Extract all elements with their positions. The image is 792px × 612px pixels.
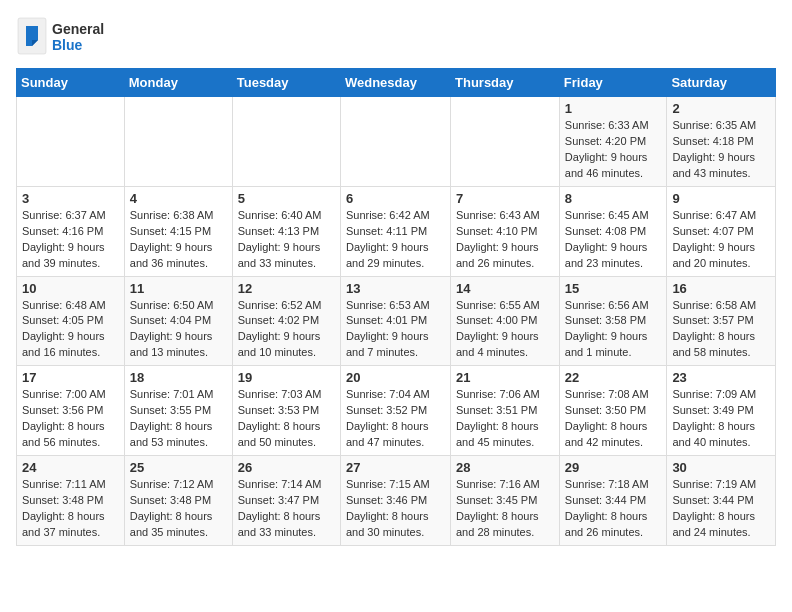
calendar-cell: 8Sunrise: 6:45 AM Sunset: 4:08 PM Daylig… (559, 186, 667, 276)
calendar-cell: 10Sunrise: 6:48 AM Sunset: 4:05 PM Dayli… (17, 276, 125, 366)
calendar-table: SundayMondayTuesdayWednesdayThursdayFrid… (16, 68, 776, 546)
calendar-cell: 30Sunrise: 7:19 AM Sunset: 3:44 PM Dayli… (667, 456, 776, 546)
calendar-cell: 26Sunrise: 7:14 AM Sunset: 3:47 PM Dayli… (232, 456, 340, 546)
weekday-header-sunday: Sunday (17, 69, 125, 97)
calendar-cell (124, 97, 232, 187)
day-info: Sunrise: 6:45 AM Sunset: 4:08 PM Dayligh… (565, 208, 662, 272)
day-info: Sunrise: 7:16 AM Sunset: 3:45 PM Dayligh… (456, 477, 554, 541)
calendar-cell: 24Sunrise: 7:11 AM Sunset: 3:48 PM Dayli… (17, 456, 125, 546)
calendar-cell: 20Sunrise: 7:04 AM Sunset: 3:52 PM Dayli… (340, 366, 450, 456)
calendar-cell (340, 97, 450, 187)
day-info: Sunrise: 7:15 AM Sunset: 3:46 PM Dayligh… (346, 477, 445, 541)
day-info: Sunrise: 7:18 AM Sunset: 3:44 PM Dayligh… (565, 477, 662, 541)
calendar-cell: 17Sunrise: 7:00 AM Sunset: 3:56 PM Dayli… (17, 366, 125, 456)
day-number: 16 (672, 281, 770, 296)
day-info: Sunrise: 6:42 AM Sunset: 4:11 PM Dayligh… (346, 208, 445, 272)
day-info: Sunrise: 6:50 AM Sunset: 4:04 PM Dayligh… (130, 298, 227, 362)
calendar-cell: 28Sunrise: 7:16 AM Sunset: 3:45 PM Dayli… (451, 456, 560, 546)
calendar-cell: 18Sunrise: 7:01 AM Sunset: 3:55 PM Dayli… (124, 366, 232, 456)
weekday-header-row: SundayMondayTuesdayWednesdayThursdayFrid… (17, 69, 776, 97)
calendar-cell: 3Sunrise: 6:37 AM Sunset: 4:16 PM Daylig… (17, 186, 125, 276)
calendar-cell: 25Sunrise: 7:12 AM Sunset: 3:48 PM Dayli… (124, 456, 232, 546)
week-row-3: 10Sunrise: 6:48 AM Sunset: 4:05 PM Dayli… (17, 276, 776, 366)
day-number: 20 (346, 370, 445, 385)
day-number: 12 (238, 281, 335, 296)
day-number: 8 (565, 191, 662, 206)
day-number: 21 (456, 370, 554, 385)
day-info: Sunrise: 7:19 AM Sunset: 3:44 PM Dayligh… (672, 477, 770, 541)
svg-text:General: General (52, 21, 104, 37)
day-info: Sunrise: 6:43 AM Sunset: 4:10 PM Dayligh… (456, 208, 554, 272)
day-info: Sunrise: 7:14 AM Sunset: 3:47 PM Dayligh… (238, 477, 335, 541)
logo: General Blue (16, 16, 106, 56)
day-info: Sunrise: 7:01 AM Sunset: 3:55 PM Dayligh… (130, 387, 227, 451)
day-number: 28 (456, 460, 554, 475)
day-number: 14 (456, 281, 554, 296)
calendar-cell: 16Sunrise: 6:58 AM Sunset: 3:57 PM Dayli… (667, 276, 776, 366)
calendar-cell: 9Sunrise: 6:47 AM Sunset: 4:07 PM Daylig… (667, 186, 776, 276)
day-number: 22 (565, 370, 662, 385)
day-info: Sunrise: 7:11 AM Sunset: 3:48 PM Dayligh… (22, 477, 119, 541)
day-number: 18 (130, 370, 227, 385)
day-info: Sunrise: 6:55 AM Sunset: 4:00 PM Dayligh… (456, 298, 554, 362)
calendar-cell: 27Sunrise: 7:15 AM Sunset: 3:46 PM Dayli… (340, 456, 450, 546)
day-number: 26 (238, 460, 335, 475)
day-number: 17 (22, 370, 119, 385)
day-number: 2 (672, 101, 770, 116)
week-row-4: 17Sunrise: 7:00 AM Sunset: 3:56 PM Dayli… (17, 366, 776, 456)
calendar-cell: 19Sunrise: 7:03 AM Sunset: 3:53 PM Dayli… (232, 366, 340, 456)
weekday-header-monday: Monday (124, 69, 232, 97)
header: General Blue (16, 16, 776, 56)
weekday-header-wednesday: Wednesday (340, 69, 450, 97)
day-number: 25 (130, 460, 227, 475)
calendar-cell: 13Sunrise: 6:53 AM Sunset: 4:01 PM Dayli… (340, 276, 450, 366)
week-row-1: 1Sunrise: 6:33 AM Sunset: 4:20 PM Daylig… (17, 97, 776, 187)
day-info: Sunrise: 7:04 AM Sunset: 3:52 PM Dayligh… (346, 387, 445, 451)
day-info: Sunrise: 6:48 AM Sunset: 4:05 PM Dayligh… (22, 298, 119, 362)
day-info: Sunrise: 6:53 AM Sunset: 4:01 PM Dayligh… (346, 298, 445, 362)
day-info: Sunrise: 6:37 AM Sunset: 4:16 PM Dayligh… (22, 208, 119, 272)
day-number: 27 (346, 460, 445, 475)
calendar-cell: 29Sunrise: 7:18 AM Sunset: 3:44 PM Dayli… (559, 456, 667, 546)
calendar-cell: 12Sunrise: 6:52 AM Sunset: 4:02 PM Dayli… (232, 276, 340, 366)
day-number: 30 (672, 460, 770, 475)
calendar-cell: 11Sunrise: 6:50 AM Sunset: 4:04 PM Dayli… (124, 276, 232, 366)
day-number: 29 (565, 460, 662, 475)
calendar-cell (451, 97, 560, 187)
day-info: Sunrise: 6:40 AM Sunset: 4:13 PM Dayligh… (238, 208, 335, 272)
day-info: Sunrise: 7:03 AM Sunset: 3:53 PM Dayligh… (238, 387, 335, 451)
day-number: 6 (346, 191, 445, 206)
day-info: Sunrise: 7:06 AM Sunset: 3:51 PM Dayligh… (456, 387, 554, 451)
day-number: 23 (672, 370, 770, 385)
day-info: Sunrise: 6:58 AM Sunset: 3:57 PM Dayligh… (672, 298, 770, 362)
day-number: 1 (565, 101, 662, 116)
day-number: 4 (130, 191, 227, 206)
week-row-2: 3Sunrise: 6:37 AM Sunset: 4:16 PM Daylig… (17, 186, 776, 276)
calendar-cell: 21Sunrise: 7:06 AM Sunset: 3:51 PM Dayli… (451, 366, 560, 456)
day-number: 10 (22, 281, 119, 296)
day-number: 9 (672, 191, 770, 206)
calendar-cell: 6Sunrise: 6:42 AM Sunset: 4:11 PM Daylig… (340, 186, 450, 276)
calendar-cell (17, 97, 125, 187)
calendar-cell: 4Sunrise: 6:38 AM Sunset: 4:15 PM Daylig… (124, 186, 232, 276)
day-number: 5 (238, 191, 335, 206)
calendar-cell: 1Sunrise: 6:33 AM Sunset: 4:20 PM Daylig… (559, 97, 667, 187)
day-info: Sunrise: 6:47 AM Sunset: 4:07 PM Dayligh… (672, 208, 770, 272)
day-number: 15 (565, 281, 662, 296)
week-row-5: 24Sunrise: 7:11 AM Sunset: 3:48 PM Dayli… (17, 456, 776, 546)
day-info: Sunrise: 6:38 AM Sunset: 4:15 PM Dayligh… (130, 208, 227, 272)
weekday-header-saturday: Saturday (667, 69, 776, 97)
day-number: 11 (130, 281, 227, 296)
day-info: Sunrise: 7:08 AM Sunset: 3:50 PM Dayligh… (565, 387, 662, 451)
day-info: Sunrise: 6:33 AM Sunset: 4:20 PM Dayligh… (565, 118, 662, 182)
weekday-header-tuesday: Tuesday (232, 69, 340, 97)
day-number: 24 (22, 460, 119, 475)
day-info: Sunrise: 7:12 AM Sunset: 3:48 PM Dayligh… (130, 477, 227, 541)
logo-svg: General Blue (16, 16, 106, 56)
calendar-cell: 5Sunrise: 6:40 AM Sunset: 4:13 PM Daylig… (232, 186, 340, 276)
day-number: 3 (22, 191, 119, 206)
day-info: Sunrise: 7:09 AM Sunset: 3:49 PM Dayligh… (672, 387, 770, 451)
calendar-cell: 14Sunrise: 6:55 AM Sunset: 4:00 PM Dayli… (451, 276, 560, 366)
calendar-cell: 2Sunrise: 6:35 AM Sunset: 4:18 PM Daylig… (667, 97, 776, 187)
svg-text:Blue: Blue (52, 37, 83, 53)
